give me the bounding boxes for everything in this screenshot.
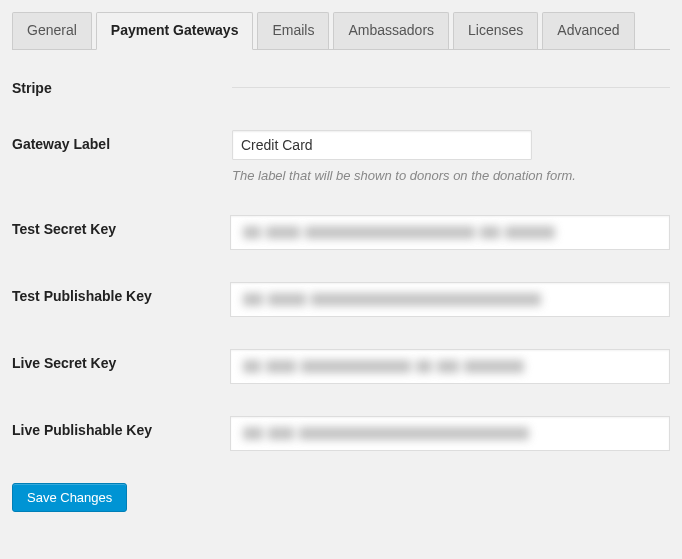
input-live-publishable-key[interactable] (230, 416, 670, 451)
input-test-secret-key[interactable] (230, 215, 670, 250)
tab-ambassadors[interactable]: Ambassadors (333, 12, 449, 49)
tabs: General Payment Gateways Emails Ambassad… (12, 12, 670, 50)
section-header-stripe: Stripe (12, 80, 670, 96)
tab-payment-gateways[interactable]: Payment Gateways (96, 12, 254, 50)
section-title: Stripe (12, 80, 232, 96)
input-test-publishable-key[interactable] (230, 282, 670, 317)
label-gateway-label: Gateway Label (12, 130, 232, 152)
label-test-secret-key: Test Secret Key (12, 215, 230, 237)
save-button[interactable]: Save Changes (12, 483, 127, 512)
label-test-publishable-key: Test Publishable Key (12, 282, 230, 304)
input-gateway-label[interactable] (232, 130, 532, 160)
tab-general[interactable]: General (12, 12, 92, 49)
help-gateway-label: The label that will be shown to donors o… (232, 168, 670, 183)
tab-emails[interactable]: Emails (257, 12, 329, 49)
tab-advanced[interactable]: Advanced (542, 12, 634, 49)
tab-licenses[interactable]: Licenses (453, 12, 538, 49)
label-live-secret-key: Live Secret Key (12, 349, 230, 371)
section-divider (232, 87, 670, 88)
input-live-secret-key[interactable] (230, 349, 670, 384)
label-live-publishable-key: Live Publishable Key (12, 416, 230, 438)
